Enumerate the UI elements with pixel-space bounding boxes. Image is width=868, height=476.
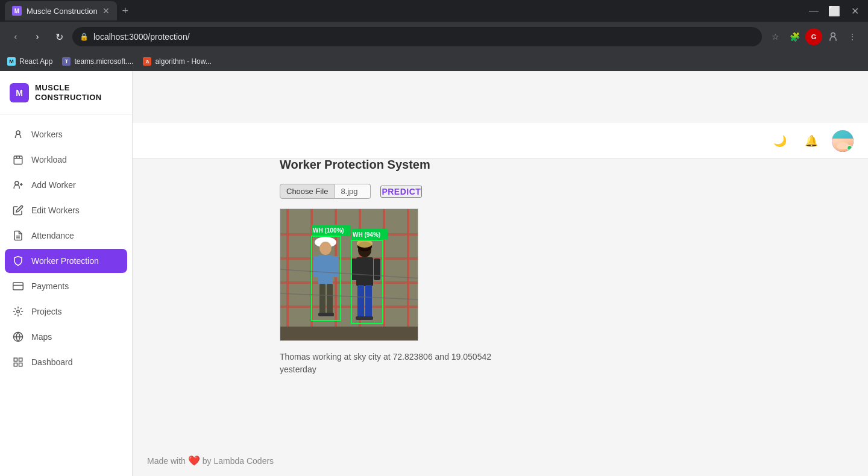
workers-label: Workers bbox=[31, 130, 63, 139]
sidebar-nav: Workers Workload Add Worker Edit Workers bbox=[0, 115, 132, 476]
logo-icon: M bbox=[10, 83, 29, 102]
svg-text:WH (94%): WH (94%) bbox=[353, 231, 380, 238]
sidebar-item-edit-workers[interactable]: Edit Workers bbox=[5, 198, 127, 222]
add-worker-label: Add Worker bbox=[31, 180, 76, 190]
url-text: localhost:3000/protection/ bbox=[93, 32, 190, 42]
payments-icon bbox=[12, 280, 24, 292]
sidebar-item-workers[interactable]: Workers bbox=[5, 122, 127, 146]
svg-text:WH (100%): WH (100%) bbox=[313, 227, 344, 234]
svg-rect-37 bbox=[313, 256, 319, 277]
notification-button[interactable]: 🔔 bbox=[800, 130, 822, 152]
browser-toolbar-right: ☆ 🧩 G ⋮ bbox=[767, 28, 861, 45]
detection-info: Thomas working at sky city at 72.823806 … bbox=[280, 351, 854, 376]
svg-rect-17 bbox=[19, 358, 22, 361]
detection-time-text: yesterday bbox=[280, 365, 316, 374]
close-button[interactable]: ✕ bbox=[846, 2, 863, 19]
bookmark-star-button[interactable]: ☆ bbox=[767, 28, 784, 45]
svg-rect-59 bbox=[280, 327, 418, 341]
tab-favicon: M bbox=[12, 6, 22, 16]
bookmark-algorithm-label: algorithm - How... bbox=[155, 57, 211, 66]
detection-image-container: WH (100%) WH (94%) bbox=[280, 208, 418, 341]
bookmark-teams-label: teams.microsoft.... bbox=[74, 57, 133, 66]
sidebar-item-projects[interactable]: Projects bbox=[5, 299, 127, 324]
payments-label: Payments bbox=[31, 281, 69, 291]
svg-rect-36 bbox=[318, 255, 333, 285]
dashboard-label: Dashboard bbox=[31, 357, 73, 367]
footer-by-text: by Lambda Coders bbox=[265, 456, 274, 466]
svg-rect-52 bbox=[363, 316, 373, 320]
detection-image-svg: WH (100%) WH (94%) bbox=[280, 209, 418, 341]
app-header: 🌙 🔔 bbox=[133, 123, 868, 159]
refresh-button[interactable]: ↻ bbox=[51, 28, 68, 45]
back-button[interactable]: ‹ bbox=[7, 28, 24, 45]
svg-rect-41 bbox=[318, 313, 327, 316]
extension-puzzle-button[interactable]: 🧩 bbox=[786, 28, 803, 45]
sidebar: M MUSCLE CONSTRUCTION Workers Workload bbox=[0, 71, 133, 476]
sidebar-item-payments[interactable]: Payments bbox=[5, 274, 127, 298]
svg-rect-39 bbox=[319, 284, 326, 314]
svg-rect-18 bbox=[14, 363, 17, 366]
bookmark-teams[interactable]: T teams.microsoft.... bbox=[62, 57, 133, 66]
worker-protection-label: Worker Protection bbox=[31, 256, 99, 266]
sidebar-item-attendance[interactable]: Attendance bbox=[5, 224, 127, 248]
maps-label: Maps bbox=[31, 332, 52, 342]
bookmark-react-app[interactable]: M React App bbox=[7, 57, 52, 66]
browser-tab[interactable]: M Muscle Construction ✕ bbox=[5, 1, 117, 20]
browser-toolbar: ‹ › ↻ 🔒 localhost:3000/protection/ ☆ 🧩 G… bbox=[0, 22, 868, 52]
attendance-label: Attendance bbox=[31, 231, 74, 240]
app-container: M MUSCLE CONSTRUCTION Workers Workload bbox=[0, 71, 868, 476]
sidebar-item-dashboard[interactable]: Dashboard bbox=[5, 350, 127, 374]
sidebar-item-add-worker[interactable]: Add Worker bbox=[5, 173, 127, 197]
svg-rect-46 bbox=[356, 257, 373, 286]
sidebar-logo: M MUSCLE CONSTRUCTION bbox=[0, 71, 132, 115]
tab-title: Muscle Construction bbox=[27, 7, 98, 16]
svg-point-1 bbox=[16, 131, 20, 134]
tab-close-button[interactable]: ✕ bbox=[102, 6, 110, 16]
dashboard-icon bbox=[12, 356, 24, 368]
detection-location-text: Thomas working at sky city at 72.823806 … bbox=[280, 352, 491, 362]
profile-badge[interactable]: G bbox=[805, 28, 822, 45]
svg-point-35 bbox=[319, 242, 332, 255]
minimize-button[interactable]: — bbox=[805, 2, 822, 19]
svg-point-13 bbox=[17, 310, 20, 313]
footer: Made with ❤️ by Lambda Coders bbox=[265, 445, 868, 476]
add-worker-icon bbox=[12, 179, 24, 191]
projects-icon bbox=[12, 305, 24, 318]
maps-icon bbox=[12, 331, 24, 343]
svg-point-0 bbox=[831, 33, 835, 37]
avatar-online-indicator bbox=[847, 145, 852, 151]
avatar[interactable] bbox=[832, 130, 854, 152]
svg-rect-42 bbox=[326, 313, 334, 316]
menu-button[interactable]: ⋮ bbox=[844, 28, 861, 45]
svg-point-6 bbox=[15, 181, 19, 185]
svg-rect-19 bbox=[19, 363, 22, 366]
sidebar-item-worker-protection[interactable]: Worker Protection bbox=[5, 249, 127, 273]
incognito-button[interactable] bbox=[825, 28, 841, 45]
workload-icon bbox=[12, 154, 24, 166]
svg-rect-16 bbox=[14, 358, 17, 361]
bookmark-react-label: React App bbox=[19, 57, 52, 66]
maximize-button[interactable]: ⬜ bbox=[826, 2, 843, 19]
svg-rect-11 bbox=[13, 283, 24, 290]
page-title: Worker Protection System bbox=[280, 158, 854, 172]
svg-rect-48 bbox=[374, 258, 380, 280]
choose-file-button[interactable]: Choose File bbox=[280, 184, 335, 199]
address-bar[interactable]: 🔒 localhost:3000/protection/ bbox=[72, 27, 762, 46]
bookmarks-bar: M React App T teams.microsoft.... a algo… bbox=[0, 52, 868, 71]
bookmark-algorithm[interactable]: a algorithm - How... bbox=[143, 57, 211, 66]
browser-titlebar: M Muscle Construction ✕ + — ⬜ ✕ bbox=[0, 0, 868, 22]
sidebar-item-maps[interactable]: Maps bbox=[5, 325, 127, 349]
lock-icon: 🔒 bbox=[80, 33, 89, 41]
predict-button[interactable]: PREDICT bbox=[380, 186, 422, 198]
worker-protection-icon bbox=[12, 255, 24, 267]
edit-workers-icon bbox=[12, 204, 24, 216]
new-tab-button[interactable]: + bbox=[117, 2, 134, 19]
svg-rect-40 bbox=[327, 284, 333, 314]
forward-button[interactable]: › bbox=[29, 28, 46, 45]
edit-workers-label: Edit Workers bbox=[31, 205, 80, 215]
file-input-wrapper: Choose File 8.jpg bbox=[280, 184, 371, 199]
main-content: Worker Protection System Choose File 8.j… bbox=[265, 143, 868, 476]
sidebar-item-workload[interactable]: Workload bbox=[5, 148, 127, 172]
svg-rect-38 bbox=[333, 256, 339, 277]
dark-mode-button[interactable]: 🌙 bbox=[769, 130, 791, 152]
